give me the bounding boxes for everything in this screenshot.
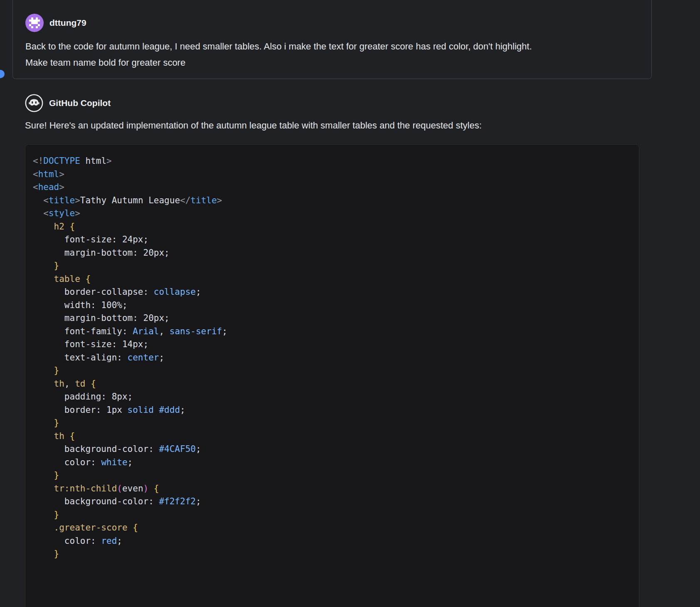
code-token: sans-serif <box>170 326 222 336</box>
code-token: white <box>101 457 127 467</box>
code-line: border: 1px solid #ddd; <box>33 404 639 417</box>
code-token: width: 100%; <box>33 300 128 310</box>
code-token <box>33 470 54 480</box>
code-token: <! <box>33 156 43 166</box>
identicon-icon <box>29 17 40 28</box>
code-token <box>33 208 43 218</box>
code-token: font-family: <box>33 326 133 336</box>
code-block[interactable]: <!DOCTYPE html><html><head> <title>Tathy… <box>25 144 639 607</box>
code-token <box>33 261 54 271</box>
code-line: font-size: 14px; <box>33 338 639 351</box>
code-line: tr:nth-child(even) { <box>33 482 639 496</box>
code-token <box>80 274 86 284</box>
user-message-text: Back to the code for autumn league, I ne… <box>25 38 639 71</box>
code-token <box>64 222 70 232</box>
focus-indicator-dot <box>0 70 5 78</box>
code-token: ; <box>180 405 185 415</box>
code-line: width: 100%; <box>33 299 639 312</box>
code-token: margin-bottom: 20px; <box>33 313 170 323</box>
code-token <box>33 484 54 493</box>
code-token: { <box>70 431 75 441</box>
code-token: ( <box>117 484 122 493</box>
code-token: ; <box>117 536 122 546</box>
code-token: html <box>80 156 106 166</box>
code-line: } <box>33 469 639 482</box>
code-token <box>154 405 159 415</box>
code-token: > <box>217 195 222 205</box>
code-token: ) <box>143 484 149 493</box>
code-token: > <box>59 169 64 179</box>
code-token: > <box>59 182 64 192</box>
code-token: { <box>91 379 96 389</box>
code-token: #f2f2f2 <box>159 496 196 506</box>
code-token <box>33 418 54 428</box>
code-line: color: red; <box>33 535 639 548</box>
code-token: Tathy Autumn League <box>80 195 180 205</box>
code-token: html <box>38 169 59 179</box>
user-username: dttung79 <box>49 18 86 28</box>
code-token: color: <box>33 457 101 467</box>
code-line: } <box>33 364 639 378</box>
code-token: { <box>85 274 91 284</box>
code-line: } <box>33 259 639 273</box>
code-token: background-color: <box>33 496 159 506</box>
code-line: th { <box>33 430 639 443</box>
copilot-icon <box>25 94 43 112</box>
assistant-message: GitHub Copilot Sure! Here's an updated i… <box>25 94 639 607</box>
copilot-avatar <box>25 94 43 112</box>
code-token <box>33 365 54 375</box>
code-token <box>33 379 54 389</box>
code-token: < <box>43 195 49 205</box>
code-token <box>85 379 91 389</box>
code-token: > <box>75 195 80 205</box>
code-token: } <box>54 261 59 271</box>
code-token: } <box>54 365 59 375</box>
code-token: head <box>38 182 59 192</box>
user-message-header: dttung79 <box>25 14 639 32</box>
code-token: } <box>54 418 59 428</box>
code-token: { <box>154 484 159 493</box>
code-token: ; <box>196 287 201 297</box>
code-token: </ <box>180 195 190 205</box>
code-token: center <box>128 353 159 363</box>
code-token: { <box>70 222 75 232</box>
code-token: text-align: <box>33 353 128 363</box>
code-token: table <box>54 274 80 284</box>
code-line: font-family: Arial, sans-serif; <box>33 325 639 338</box>
code-token <box>33 195 43 205</box>
code-token: padding: 8px; <box>33 392 133 402</box>
code-token: h2 <box>54 222 64 232</box>
code-token <box>128 523 133 533</box>
code-line: background-color: #4CAF50; <box>33 443 639 456</box>
code-line: th, td { <box>33 378 639 391</box>
code-token: font-size: 14px; <box>33 339 148 349</box>
code-token: border-collapse: <box>33 287 154 297</box>
code-line: } <box>33 548 639 561</box>
code-line: <title>Tathy Autumn League</title> <box>33 194 639 207</box>
code-token: ; <box>196 496 201 506</box>
code-token: ; <box>159 353 164 363</box>
code-token: } <box>54 510 59 520</box>
code-token: font-size: 24px; <box>33 234 148 244</box>
code-token: color: <box>33 536 101 546</box>
code-token <box>33 523 54 533</box>
code-line: } <box>33 508 639 522</box>
code-line: margin-bottom: 20px; <box>33 247 639 260</box>
code-token: title <box>49 195 75 205</box>
code-line: <!DOCTYPE html> <box>33 155 639 168</box>
code-line: margin-bottom: 20px; <box>33 312 639 325</box>
code-line: h2 { <box>33 220 639 234</box>
code-line: color: white; <box>33 456 639 469</box>
code-token <box>33 222 54 232</box>
code-token: } <box>54 470 59 480</box>
user-message-bubble: dttung79 Back to the code for autumn lea… <box>12 0 652 79</box>
code-token: background-color: <box>33 444 159 454</box>
code-token: { <box>133 523 138 533</box>
code-token: #4CAF50 <box>159 444 196 454</box>
code-token: DOCTYPE <box>43 156 80 166</box>
code-token: #ddd <box>159 405 180 415</box>
code-token <box>33 549 54 559</box>
code-token <box>33 510 54 520</box>
code-token: < <box>43 208 49 218</box>
code-token: title <box>190 195 217 205</box>
